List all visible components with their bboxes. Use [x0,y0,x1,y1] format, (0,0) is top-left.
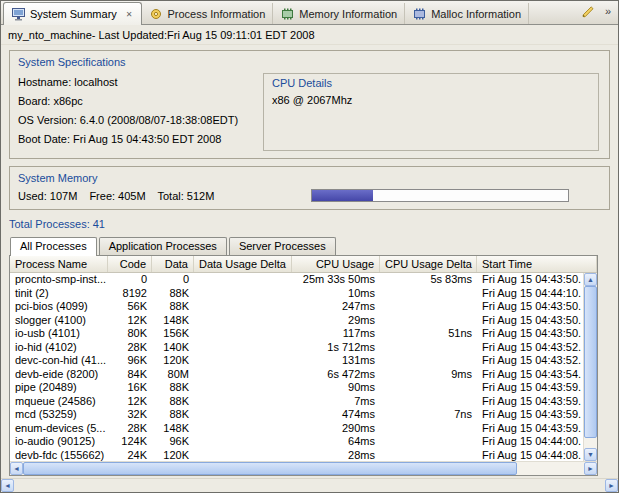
table-cell: 474ms [292,408,380,422]
process-table: Process NameCodeDataData Usage DeltaCPU … [9,255,598,476]
scroll-right-icon[interactable]: ► [584,462,597,475]
table-cell: 131ms [292,354,380,368]
table-cell [380,381,477,395]
table-cell [380,354,477,368]
table-cell: 80M [152,368,194,382]
table-cell: 88K [152,300,194,314]
table-cell: 0 [108,273,152,287]
table-cell [194,381,292,395]
form-scroll-left-icon[interactable]: ◄ [1,479,14,492]
column-header-start-time[interactable]: Start Time [477,256,597,272]
table-row[interactable]: devc-con-hid (41...96K120K131msFri Aug 1… [10,354,583,368]
table-cell: 28K [108,422,152,436]
table-horizontal-scrollbar[interactable]: ◄ ► [10,461,597,475]
column-header-data-usage-delta[interactable]: Data Usage Delta [194,256,292,272]
table-row[interactable]: mqueue (24586)12K88K7msFri Aug 15 04:43:… [10,395,583,409]
table-cell: pipe (20489) [10,381,108,395]
form-scroll-track[interactable] [14,479,605,492]
tab-label: Process Information [168,8,266,20]
table-cell [194,435,292,449]
table-cell: 88K [152,381,194,395]
table-cell: mcd (53259) [10,408,108,422]
vertical-scrollbar[interactable]: ▲ ▼ [583,273,597,461]
table-cell: 8192 [108,287,152,301]
hostname-value: Hostname: localhost [18,73,263,92]
scroll-down-icon[interactable]: ▼ [584,448,597,461]
column-header-process-name[interactable]: Process Name [10,256,108,272]
table-cell: Fri Aug 15 04:43:50. [477,327,583,341]
tab-server-processes[interactable]: Server Processes [229,237,336,255]
table-row[interactable]: pipe (20489)16K88K90msFri Aug 15 04:43:5… [10,381,583,395]
tab-memory-information[interactable]: Memory Information [273,3,405,24]
tab-malloc-information[interactable]: Malloc Information [405,3,529,24]
system-memory-title: System Memory [18,171,601,189]
process-table-header: Process NameCodeDataData Usage DeltaCPU … [10,256,597,273]
tab-system-summary[interactable]: System Summary ✕ [3,2,142,25]
table-cell: io-audio (90125) [10,435,108,449]
table-cell [194,314,292,328]
table-cell [380,314,477,328]
table-cell: 24K [108,449,152,462]
scroll-up-icon[interactable]: ▲ [584,273,597,286]
cpu-details-title: CPU Details [272,77,590,89]
edit-icon[interactable] [580,4,596,19]
close-icon[interactable]: ✕ [125,10,134,19]
table-cell: 5s 83ms [380,273,477,287]
column-header-cpu-usage[interactable]: CPU Usage [292,256,380,272]
table-row[interactable]: tinit (2)819288K10msFri Aug 15 04:44:10. [10,287,583,301]
table-cell: Fri Aug 15 04:44:10. [477,287,583,301]
table-row[interactable]: enum-devices (5...28K148K290msFri Aug 15… [10,422,583,436]
view-tab-bar: System Summary ✕ Process Information [1,1,618,25]
table-row[interactable]: procnto-smp-inst...0025m 33s 50ms5s 83ms… [10,273,583,287]
table-cell: 120K [152,354,194,368]
form-scroll-right-icon[interactable]: ► [605,479,618,492]
table-row[interactable]: devb-fdc (155662)24K120K28msFri Aug 15 0… [10,449,583,462]
table-cell: io-usb (4101) [10,327,108,341]
column-header-cpu-usage-delta[interactable]: CPU Usage Delta [380,256,477,272]
table-cell [380,300,477,314]
scroll-left-icon[interactable]: ◄ [10,462,23,475]
table-row[interactable]: mcd (53259)32K88K474ms7nsFri Aug 15 04:4… [10,408,583,422]
table-row[interactable]: io-usb (4101)80K156K117ms51nsFri Aug 15 … [10,327,583,341]
table-cell: 64ms [292,435,380,449]
tab-process-information[interactable]: Process Information [142,3,274,24]
cpu-details-group: CPU Details x86 @ 2067Mhz [263,73,599,151]
table-cell: 28K [108,341,152,355]
table-cell [380,435,477,449]
table-cell: 156K [152,327,194,341]
table-row[interactable]: io-audio (90125)124K96K64msFri Aug 15 04… [10,435,583,449]
total-processes-title: Total Processes: 41 [9,217,598,235]
table-cell: Fri Aug 15 04:44:08. [477,449,583,462]
memory-usage-bar-fill [312,190,373,201]
table-cell: 29ms [292,314,380,328]
table-row[interactable]: io-hid (4102)28K140K1s 712msFri Aug 15 0… [10,341,583,355]
spec-lines: Hostname: localhost Board: x86pc OS Vers… [18,73,263,149]
tab-all-processes[interactable]: All Processes [10,237,97,256]
cpu-details-value: x86 @ 2067Mhz [272,94,590,106]
table-cell: mqueue (24586) [10,395,108,409]
vertical-scroll-thumb[interactable] [584,286,597,438]
view-menu-icon[interactable]: » [605,6,611,17]
table-cell: 16K [108,381,152,395]
table-cell: 148K [152,422,194,436]
table-cell: 12K [108,395,152,409]
table-cell: 140K [152,341,194,355]
horizontal-scroll-track[interactable] [23,462,584,475]
board-value: Board: x86pc [18,92,263,111]
table-cell: 7ms [292,395,380,409]
table-row[interactable]: devb-eide (8200)84K80M6s 472ms9msFri Aug… [10,368,583,382]
system-summary-icon [11,7,26,21]
horizontal-scroll-thumb[interactable] [23,462,517,475]
table-row[interactable]: slogger (4100)12K148K29msFri Aug 15 04:4… [10,314,583,328]
tab-application-processes[interactable]: Application Processes [99,237,227,255]
column-header-code[interactable]: Code [108,256,152,272]
vertical-scroll-track[interactable] [584,286,597,448]
target-header: my_nto_machine - Last Updated:Fri Aug 15… [1,25,618,45]
column-header-data[interactable]: Data [152,256,194,272]
table-row[interactable]: pci-bios (4099)56K88K247msFri Aug 15 04:… [10,300,583,314]
table-cell: enum-devices (5... [10,422,108,436]
os-version-value: OS Version: 6.4.0 (2008/08/07-18:38:08ED… [18,111,263,130]
table-cell: 124K [108,435,152,449]
memory-text: Used: 107M Free: 405M Total: 512M [18,190,223,202]
form-horizontal-scrollbar[interactable]: ◄ ► [1,478,618,492]
